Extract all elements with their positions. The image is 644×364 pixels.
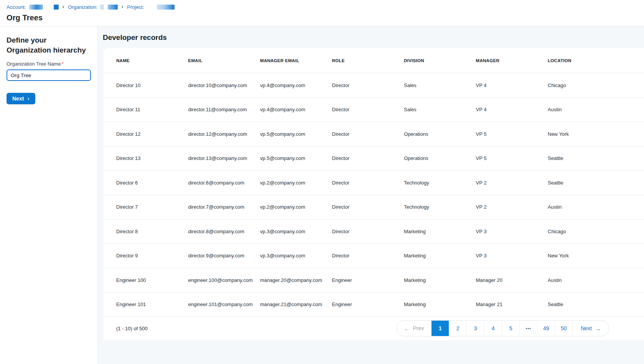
cell-manager-email: vp.5@company.com bbox=[260, 155, 332, 161]
cell-division: Sales bbox=[404, 82, 476, 88]
pagination-ellipsis: ••• bbox=[519, 321, 537, 336]
cell-manager-email: vp.2@company.com bbox=[260, 204, 332, 210]
redacted-organization-value-2 bbox=[108, 5, 118, 10]
cell-manager: VP 5 bbox=[476, 131, 548, 137]
pagination-prev-button[interactable]: ← Prev bbox=[397, 321, 431, 336]
arrow-left-icon: ← bbox=[404, 326, 410, 331]
cell-manager-email: manager.20@company.com bbox=[260, 277, 332, 283]
cell-division: Operations bbox=[404, 155, 476, 161]
next-button-label: Next bbox=[12, 96, 24, 102]
cell-role: Director bbox=[332, 155, 404, 161]
cell-location: Austin bbox=[548, 204, 620, 210]
organization-tree-name-input[interactable] bbox=[7, 69, 91, 81]
breadcrumb: Account: › Organization: › Project: bbox=[7, 4, 644, 10]
breadcrumb-organization-label: Organization: bbox=[68, 4, 97, 10]
chevron-right-icon: › bbox=[120, 4, 125, 9]
cell-role: Engineer bbox=[332, 301, 404, 307]
cell-manager: VP 5 bbox=[476, 155, 548, 161]
cell-name: Engineer 100 bbox=[116, 277, 188, 283]
cell-role: Director bbox=[332, 82, 404, 88]
cell-location: Austin bbox=[548, 107, 620, 112]
cell-email: director.10@company.com bbox=[188, 82, 260, 88]
cell-manager: Manager 21 bbox=[476, 301, 548, 307]
cell-email: engineer.101@company.com bbox=[188, 301, 260, 307]
cell-role: Engineer bbox=[332, 277, 404, 283]
cell-location: Seattle bbox=[548, 180, 620, 186]
cell-division: Marketing bbox=[404, 301, 476, 307]
cell-email: director.9@company.com bbox=[188, 253, 260, 259]
table-row: Director 8 director.8@company.com vp.3@c… bbox=[104, 219, 644, 244]
breadcrumb-account-link[interactable]: Account: bbox=[7, 4, 59, 10]
pagination: ← Prev 1 2 3 4 5 ••• 49 50 Next → bbox=[396, 320, 609, 336]
column-header-location: LOCATION bbox=[548, 58, 620, 63]
pagination-page-3[interactable]: 3 bbox=[466, 321, 484, 336]
cell-email: director.6@company.com bbox=[188, 180, 260, 186]
chevron-right-icon: › bbox=[27, 95, 30, 102]
cell-manager-email: vp.4@company.com bbox=[260, 82, 332, 88]
cell-manager-email: vp.4@company.com bbox=[260, 107, 332, 112]
cell-role: Director bbox=[332, 180, 404, 186]
cell-division: Marketing bbox=[404, 229, 476, 234]
table-row: Engineer 101 engineer.101@company.com ma… bbox=[104, 293, 644, 317]
cell-division: Marketing bbox=[404, 277, 476, 283]
required-asterisk: * bbox=[62, 61, 64, 67]
cell-division: Technology bbox=[404, 180, 476, 186]
chevron-right-icon: › bbox=[61, 4, 66, 9]
sidebar-heading: Define your Organization hierarchy bbox=[7, 35, 91, 55]
org-hierarchy-sidebar: Define your Organization hierarchy Organ… bbox=[0, 26, 98, 364]
column-header-manager-email: MANAGER EMAIL bbox=[260, 58, 332, 63]
table-header-row: NAME EMAIL MANAGER EMAIL ROLE DIVISION M… bbox=[104, 48, 644, 73]
cell-name: Engineer 101 bbox=[116, 301, 188, 307]
redacted-organization-value bbox=[100, 5, 104, 10]
cell-manager: VP 2 bbox=[476, 204, 548, 210]
column-header-manager: MANAGER bbox=[476, 58, 548, 63]
next-button[interactable]: Next › bbox=[7, 93, 35, 104]
cell-name: Director 6 bbox=[116, 180, 188, 186]
cell-email: director.7@company.com bbox=[188, 204, 260, 210]
cell-location: Seattle bbox=[548, 155, 620, 161]
table-footer: (1 - 10) of 500 ← Prev 1 2 3 4 5 ••• 49 … bbox=[104, 317, 644, 340]
breadcrumb-project-link[interactable]: Project: bbox=[127, 4, 175, 10]
content-layout: Define your Organization hierarchy Organ… bbox=[0, 26, 644, 364]
main-content: Developer records NAME EMAIL MANAGER EMA… bbox=[98, 26, 644, 364]
arrow-right-icon: → bbox=[595, 326, 601, 331]
pagination-page-4[interactable]: 4 bbox=[484, 321, 502, 336]
cell-manager: VP 4 bbox=[476, 107, 548, 112]
table-row: Director 7 director.7@company.com vp.2@c… bbox=[104, 195, 644, 220]
cell-location: Seattle bbox=[548, 301, 620, 307]
developer-records-heading: Developer records bbox=[103, 33, 644, 42]
redacted-account-value-2 bbox=[54, 5, 59, 10]
table-row: Director 12 director.12@company.com vp.5… bbox=[104, 122, 644, 147]
table-row: Director 13 director.13@company.com vp.5… bbox=[104, 147, 644, 171]
cell-role: Director bbox=[332, 131, 404, 137]
cell-manager-email: vp.3@company.com bbox=[260, 253, 332, 259]
breadcrumb-organization-link[interactable]: Organization: bbox=[68, 4, 117, 10]
pagination-next-button[interactable]: Next → bbox=[572, 321, 609, 336]
pagination-page-5[interactable]: 5 bbox=[502, 321, 519, 336]
pagination-page-2[interactable]: 2 bbox=[449, 321, 466, 336]
page-title: Org Trees bbox=[7, 13, 644, 22]
cell-division: Sales bbox=[404, 107, 476, 112]
column-header-email: EMAIL bbox=[188, 58, 260, 63]
column-header-division: DIVISION bbox=[404, 58, 476, 63]
cell-name: Director 12 bbox=[116, 131, 188, 137]
cell-name: Director 10 bbox=[116, 82, 188, 88]
table-row: Director 10 director.10@company.com vp.4… bbox=[104, 73, 644, 98]
cell-division: Operations bbox=[404, 131, 476, 137]
cell-location: Chicago bbox=[548, 229, 620, 234]
cell-role: Director bbox=[332, 107, 404, 112]
cell-name: Director 11 bbox=[116, 107, 188, 112]
cell-name: Director 13 bbox=[116, 155, 188, 161]
pagination-page-1[interactable]: 1 bbox=[431, 321, 449, 336]
cell-manager-email: vp.3@company.com bbox=[260, 229, 332, 234]
pagination-page-50[interactable]: 50 bbox=[555, 321, 572, 336]
next-label: Next bbox=[581, 325, 592, 331]
cell-email: director.11@company.com bbox=[188, 107, 260, 112]
cell-name: Director 7 bbox=[116, 204, 188, 210]
pagination-page-49[interactable]: 49 bbox=[537, 321, 555, 336]
cell-manager: VP 2 bbox=[476, 180, 548, 186]
cell-role: Director bbox=[332, 204, 404, 210]
cell-manager-email: manager.21@company.com bbox=[260, 301, 332, 307]
cell-email: engineer.100@company.com bbox=[188, 277, 260, 283]
top-header: Account: › Organization: › Project: Org … bbox=[0, 0, 644, 26]
